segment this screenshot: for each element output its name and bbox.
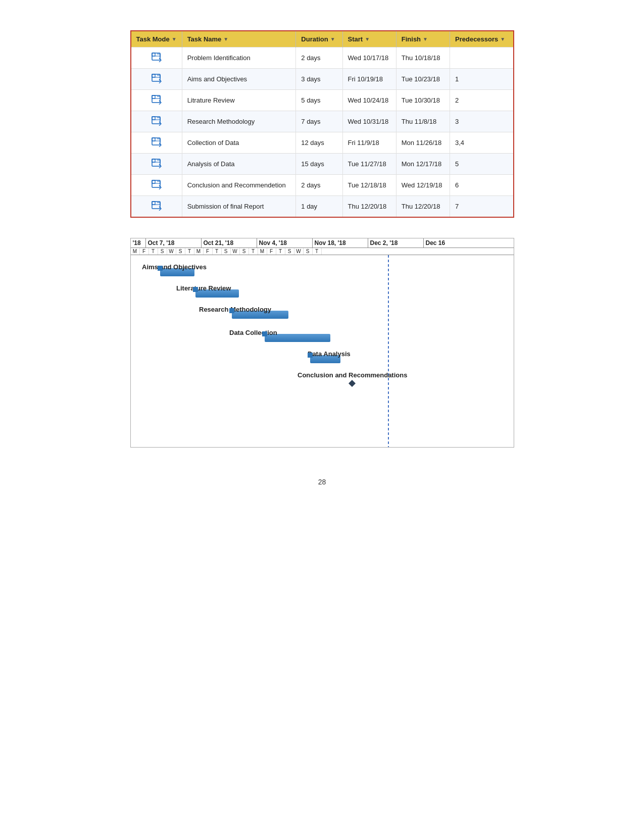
task-mode-icon — [151, 52, 162, 62]
task-mode-icon — [151, 73, 162, 83]
gantt-day-label: T — [249, 248, 258, 255]
duration-cell: 1 day — [296, 196, 342, 217]
task-name-dropdown-icon[interactable]: ▼ — [223, 36, 228, 42]
table-row: Litrature Review5 daysWed 10/24/18Tue 10… — [131, 90, 513, 111]
gantt-day-label: T — [213, 248, 222, 255]
gantt-day-label: F — [267, 248, 276, 255]
finish-cell: Thu 10/18/18 — [396, 47, 450, 69]
duration-cell: 15 days — [296, 154, 342, 175]
col-predecessors[interactable]: Predecessors ▼ — [450, 31, 513, 47]
gantt-day-label: M — [258, 248, 267, 255]
gantt-day-label: W — [294, 248, 304, 255]
duration-cell: 2 days — [296, 175, 342, 196]
gantt-task-label: Research Methodology — [199, 306, 272, 313]
gantt-connector — [308, 353, 313, 358]
duration-cell: 7 days — [296, 111, 342, 132]
svg-rect-1 — [152, 53, 155, 56]
finish-cell: Wed 12/19/18 — [396, 175, 450, 196]
task-name-cell: Conclusion and Recommendetion — [182, 175, 296, 196]
task-mode-dropdown-icon[interactable]: ▼ — [172, 36, 177, 42]
gantt-period-label: '18 — [131, 238, 146, 248]
svg-rect-16 — [152, 159, 155, 162]
start-cell: Wed 10/24/18 — [342, 90, 396, 111]
task-mode-cell — [131, 111, 182, 132]
task-mode-cell — [131, 196, 182, 217]
start-dropdown-icon[interactable]: ▼ — [365, 36, 370, 42]
svg-rect-19 — [152, 180, 155, 183]
task-name-cell: Aims and Objectives — [182, 69, 296, 90]
gantt-day-label: S — [285, 248, 294, 255]
gantt-day-label: M — [194, 248, 204, 255]
start-cell: Tue 11/27/18 — [342, 154, 396, 175]
gantt-task-label: Data Analysis — [308, 350, 351, 358]
start-cell: Wed 10/17/18 — [342, 47, 396, 69]
svg-rect-7 — [152, 95, 155, 99]
gantt-period-label: Oct 7, '18 — [146, 238, 202, 248]
gantt-day-label: S — [158, 248, 167, 255]
svg-rect-13 — [152, 138, 155, 141]
task-mode-cell — [131, 132, 182, 154]
pred-cell: 1 — [450, 69, 513, 90]
duration-dropdown-icon[interactable]: ▼ — [330, 36, 335, 42]
col-task-mode[interactable]: Task Mode ▼ — [131, 31, 182, 47]
gantt-task-label: Aims and Objectives — [142, 263, 207, 271]
pred-cell: 2 — [450, 90, 513, 111]
pred-cell: 7 — [450, 196, 513, 217]
task-mode-cell — [131, 47, 182, 69]
table-row: Collection of Data12 daysFri 11/9/18Mon … — [131, 132, 513, 154]
task-mode-icon — [151, 201, 162, 211]
table-row: Aims and Objectives3 daysFri 10/19/18Tue… — [131, 69, 513, 90]
duration-cell: 2 days — [296, 47, 342, 69]
gantt-day-label: S — [176, 248, 185, 255]
pred-cell — [450, 47, 513, 69]
gantt-day-label: S — [222, 248, 231, 255]
pred-cell: 3,4 — [450, 132, 513, 154]
gantt-day-label: M — [131, 248, 140, 255]
col-duration[interactable]: Duration ▼ — [296, 31, 342, 47]
gantt-chart: '18Oct 7, '18Oct 21, '18Nov 4, '18Nov 18… — [130, 238, 514, 448]
gantt-day-label: F — [204, 248, 213, 255]
gantt-day-label: T — [185, 248, 194, 255]
duration-cell: 12 days — [296, 132, 342, 154]
gantt-days-row: MFTSWSTMFTSWSTMFTSWST — [131, 248, 514, 255]
start-cell: Wed 10/31/18 — [342, 111, 396, 132]
gantt-body: Aims and ObjectivesLiterature ReviewRese… — [131, 255, 514, 447]
pred-dropdown-icon[interactable]: ▼ — [500, 36, 505, 42]
page-number: 28 — [318, 478, 326, 486]
gantt-day-label: T — [313, 248, 322, 255]
gantt-period-label: Oct 21, '18 — [202, 238, 257, 248]
gantt-connector — [229, 308, 234, 313]
task-mode-icon — [151, 137, 162, 147]
gantt-connector — [158, 266, 163, 271]
col-task-name[interactable]: Task Name ▼ — [182, 31, 296, 47]
col-start[interactable]: Start ▼ — [342, 31, 396, 47]
pred-cell: 3 — [450, 111, 513, 132]
table-row: Problem Identification2 daysWed 10/17/18… — [131, 47, 513, 69]
gantt-day-label: T — [276, 248, 285, 255]
gantt-period-label: Dec 16 — [424, 238, 464, 248]
svg-rect-10 — [152, 117, 155, 120]
start-cell: Fri 11/9/18 — [342, 132, 396, 154]
task-mode-cell — [131, 154, 182, 175]
gantt-milestone — [349, 380, 356, 387]
task-mode-cell — [131, 69, 182, 90]
task-name-cell: Analysis of Data — [182, 154, 296, 175]
col-finish[interactable]: Finish ▼ — [396, 31, 450, 47]
finish-cell: Mon 11/26/18 — [396, 132, 450, 154]
table-row: Submission of final Report1 dayThu 12/20… — [131, 196, 513, 217]
gantt-day-label: W — [167, 248, 176, 255]
gantt-period-label: Nov 4, '18 — [257, 238, 313, 248]
task-name-cell: Submission of final Report — [182, 196, 296, 217]
table-header-row: Task Mode ▼ Task Name ▼ Duration ▼ — [131, 31, 513, 47]
gantt-day-label: S — [240, 248, 249, 255]
finish-dropdown-icon[interactable]: ▼ — [423, 36, 428, 42]
task-mode-icon — [151, 158, 162, 168]
gantt-day-label: T — [149, 248, 158, 255]
duration-cell: 5 days — [296, 90, 342, 111]
finish-cell: Mon 12/17/18 — [396, 154, 450, 175]
gantt-connector — [193, 287, 198, 292]
start-cell: Tue 12/18/18 — [342, 175, 396, 196]
table-row: Conclusion and Recommendetion2 daysTue 1… — [131, 175, 513, 196]
task-table: Task Mode ▼ Task Name ▼ Duration ▼ — [131, 31, 513, 217]
pred-cell: 5 — [450, 154, 513, 175]
